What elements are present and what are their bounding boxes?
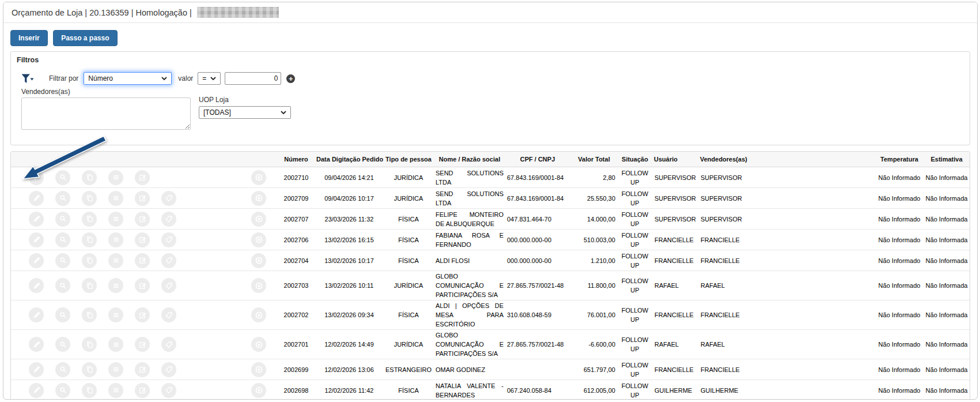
inserir-button[interactable]: Inserir	[10, 30, 48, 46]
filter-field-select[interactable]: Número	[84, 72, 172, 85]
tag-icon[interactable]	[161, 212, 176, 227]
search-icon[interactable]	[55, 170, 70, 185]
pencil-icon[interactable]	[29, 232, 44, 247]
tag-icon[interactable]	[161, 278, 176, 293]
cell-temperatura: Não Informado	[875, 167, 924, 188]
record-icon[interactable]	[251, 170, 266, 185]
pencil-icon[interactable]	[29, 307, 44, 322]
tag-icon[interactable]	[161, 362, 176, 377]
cell-numero: 2002710	[277, 167, 315, 188]
cell-estimativa: Não Informada	[924, 359, 970, 380]
record-icon[interactable]	[251, 253, 266, 268]
cell-valor: 510.003,00	[570, 230, 618, 250]
compose-icon[interactable]	[135, 383, 150, 398]
compose-icon[interactable]	[135, 232, 150, 247]
tag-icon[interactable]	[161, 337, 176, 352]
uop-loja-select[interactable]: [TODAS]	[199, 106, 291, 119]
cell-cpf	[505, 359, 570, 380]
pencil-icon[interactable]	[29, 212, 44, 227]
list-icon[interactable]	[108, 278, 123, 293]
tag-icon[interactable]	[161, 253, 176, 268]
list-icon[interactable]	[108, 232, 123, 247]
list-icon[interactable]	[108, 307, 123, 322]
filter-value-input[interactable]	[225, 72, 281, 85]
record-icon[interactable]	[251, 278, 266, 293]
pencil-icon[interactable]	[29, 383, 44, 398]
cell-temperatura: Não Informado	[875, 300, 924, 330]
compose-icon[interactable]	[135, 362, 150, 377]
search-icon[interactable]	[55, 362, 70, 377]
operator-select[interactable]: =	[198, 72, 221, 85]
copy-icon[interactable]	[82, 362, 97, 377]
cell-valor: 1.210,00	[570, 250, 618, 271]
valor-label: valor	[178, 74, 193, 82]
search-icon[interactable]	[55, 232, 70, 247]
copy-icon[interactable]	[82, 337, 97, 352]
copy-icon[interactable]	[82, 191, 97, 206]
list-icon[interactable]	[108, 362, 123, 377]
list-icon[interactable]	[108, 337, 123, 352]
compose-icon[interactable]	[135, 337, 150, 352]
record-icon[interactable]	[251, 383, 266, 398]
cell-estimativa: Não Informada	[924, 167, 970, 188]
cell-tipo: JURÍDICA	[383, 271, 434, 300]
cell-situacao: FOLLOW UP	[618, 188, 652, 209]
pencil-icon[interactable]	[29, 191, 44, 206]
record-icon[interactable]	[251, 212, 266, 227]
passo-a-passo-button[interactable]: Passo a passo	[53, 30, 117, 46]
tag-icon[interactable]	[161, 383, 176, 398]
copy-icon[interactable]	[82, 307, 97, 322]
compose-icon[interactable]	[135, 253, 150, 268]
table-row: 200269912/02/2026 13:06ESTRANGEIROOMAR G…	[11, 359, 970, 380]
cell-numero: 2002706	[277, 230, 315, 250]
cell-nome: ALDI | OPÇÕES DE MESA PARA ESCRITÓRIO	[434, 300, 505, 330]
record-icon[interactable]	[251, 232, 266, 247]
record-icon[interactable]	[251, 337, 266, 352]
cell-cpf: 067.240.058-84	[505, 380, 570, 400]
cell-nome: SEND SOLUTIONS LTDA	[434, 167, 505, 188]
pencil-icon[interactable]	[29, 170, 44, 185]
copy-icon[interactable]	[82, 170, 97, 185]
search-icon[interactable]	[55, 191, 70, 206]
tag-icon[interactable]	[161, 232, 176, 247]
list-icon[interactable]	[108, 383, 123, 398]
search-icon[interactable]	[55, 212, 70, 227]
pencil-icon[interactable]	[29, 362, 44, 377]
record-icon[interactable]	[251, 191, 266, 206]
copy-icon[interactable]	[82, 383, 97, 398]
record-icon[interactable]	[251, 307, 266, 322]
compose-icon[interactable]	[135, 278, 150, 293]
copy-icon[interactable]	[82, 232, 97, 247]
vendedores-label: Vendedores(as)	[21, 88, 191, 96]
search-icon[interactable]	[55, 337, 70, 352]
column-header-cpf: CPF / CNPJ	[505, 152, 570, 167]
copy-icon[interactable]	[82, 253, 97, 268]
tag-icon[interactable]	[161, 191, 176, 206]
search-icon[interactable]	[55, 383, 70, 398]
search-icon[interactable]	[55, 253, 70, 268]
tag-icon[interactable]	[161, 307, 176, 322]
record-icon[interactable]	[251, 362, 266, 377]
compose-icon[interactable]	[135, 307, 150, 322]
list-icon[interactable]	[108, 212, 123, 227]
add-filter-button[interactable]: +	[286, 74, 295, 83]
pencil-icon[interactable]	[29, 337, 44, 352]
copy-icon[interactable]	[82, 212, 97, 227]
search-icon[interactable]	[55, 278, 70, 293]
vendedores-textarea[interactable]	[21, 97, 191, 130]
list-icon[interactable]	[108, 170, 123, 185]
copy-icon[interactable]	[82, 278, 97, 293]
compose-icon[interactable]	[135, 170, 150, 185]
pencil-icon[interactable]	[29, 253, 44, 268]
compose-icon[interactable]	[135, 191, 150, 206]
list-icon[interactable]	[108, 253, 123, 268]
filter-funnel-icon[interactable]	[21, 74, 34, 84]
cell-valor: 14.000,00	[570, 209, 618, 230]
search-icon[interactable]	[55, 307, 70, 322]
cell-vendedores: FRANCIELLE	[698, 300, 875, 330]
list-icon[interactable]	[108, 191, 123, 206]
compose-icon[interactable]	[135, 212, 150, 227]
cell-data: 13/02/2026 10:17	[315, 250, 383, 271]
cell-vendedores: SUPERVISOR	[698, 188, 875, 209]
pencil-icon[interactable]	[29, 278, 44, 293]
